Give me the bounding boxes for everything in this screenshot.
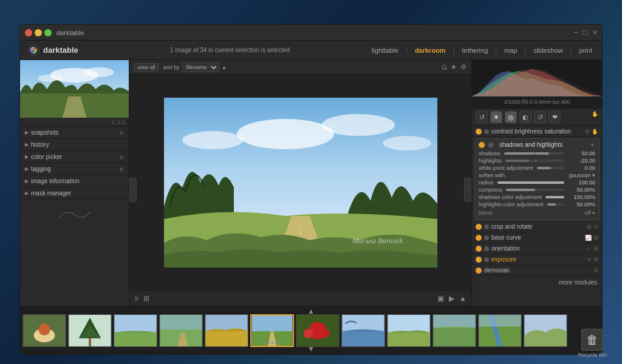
grid-icon[interactable]: G (442, 64, 447, 71)
filmstrip-thumb-9[interactable] (387, 314, 431, 347)
tagging-header[interactable]: ▶ tagging ⊕ (20, 163, 129, 175)
orientation-icon1[interactable]: ↔ (586, 246, 592, 252)
filmstrip-thumb-7[interactable] (296, 314, 340, 347)
snapshots-header[interactable]: ▶ snapshots ⊕ (20, 127, 129, 138)
shadows-color-bar[interactable] (545, 196, 564, 198)
filmstrip-thumb-1[interactable] (22, 314, 66, 347)
base-curve-icon2[interactable]: ⚙ (593, 235, 598, 241)
image-info-header[interactable]: ▶ image information (20, 175, 129, 187)
filmstrip-thumb-4[interactable] (159, 314, 203, 347)
mask-manager-label: mask manager (31, 190, 71, 197)
sidebar-section-color-picker: ▶ color picker ⊕ (20, 151, 129, 163)
nav-tethering[interactable]: tethering (459, 46, 490, 55)
svg-point-9 (322, 114, 395, 136)
filmstrip-thumb-3[interactable] (114, 314, 157, 347)
left-panel-toggle[interactable]: ‹ (129, 178, 137, 202)
filmstrip-thumb-5[interactable] (205, 314, 248, 347)
right-panel-toggle[interactable]: › (464, 178, 471, 202)
compress-bar[interactable] (506, 189, 564, 191)
sh-toggle2[interactable] (488, 143, 493, 147)
sort-select[interactable]: filename date rating (182, 62, 219, 72)
tagging-icon[interactable]: ⊕ (119, 166, 124, 172)
exposure-icon1[interactable]: ☀ (587, 257, 592, 263)
orientation-toggle[interactable] (476, 246, 482, 252)
orientation-icons: ↔ ⚙ (586, 246, 598, 252)
star-icon[interactable]: ★ (451, 63, 457, 71)
shadows-bar[interactable] (504, 152, 564, 155)
exposure-icons: ☀ ⚙ (587, 257, 598, 263)
blend-select[interactable]: off ▾ (585, 210, 595, 216)
orientation-icon2[interactable]: ⚙ (593, 246, 598, 252)
exposure-icon2[interactable]: ⚙ (593, 257, 598, 263)
nav-lighttable[interactable]: lighttable (369, 46, 401, 55)
filmstrip-thumb-12[interactable] (524, 314, 567, 347)
sidebar-section-mask-manager: ▶ mask manager (20, 187, 129, 200)
cbs-icon-2[interactable]: ✋ (592, 129, 598, 135)
demosaic-toggle[interactable] (476, 268, 482, 274)
base-curve-toggle[interactable] (476, 235, 482, 241)
main-image[interactable]: Mariusz Bartosik (164, 98, 437, 268)
crop-rotate-toggle[interactable] (476, 224, 482, 230)
view-all-button[interactable]: view all (134, 63, 159, 72)
sort-asc-icon[interactable]: ▲ (222, 64, 227, 70)
cbs-toggle2[interactable] (484, 129, 489, 134)
crop-rotate-label: crop and rotate (491, 223, 584, 230)
white-point-bar[interactable] (537, 167, 564, 169)
highlights-color-bar[interactable] (547, 203, 564, 206)
snapshots-icon[interactable]: ⊕ (119, 130, 124, 136)
filmstrip-down-arrow[interactable]: ▼ (307, 345, 315, 353)
details-button[interactable]: ↺ (534, 111, 546, 123)
color-picker-icon[interactable]: ⊕ (119, 154, 124, 160)
filmstrip-thumb-6[interactable]: ★★★★★ (250, 314, 294, 347)
grid-view-icon[interactable]: ⊞ (143, 294, 149, 303)
win-maximize[interactable]: □ (583, 28, 588, 37)
filmstrip-thumb-11[interactable] (478, 314, 522, 347)
win-minimize[interactable]: − (573, 28, 578, 37)
nav-darkroom[interactable]: darkroom (412, 46, 448, 55)
crop-rotate-icon2[interactable]: ↺ (593, 224, 598, 230)
soften-with-select[interactable]: gaussian ▾ (569, 172, 595, 178)
win-close[interactable]: × (592, 28, 597, 37)
cbs-icon-1[interactable]: ⚙ (585, 129, 590, 135)
info-icon[interactable]: ▲ (459, 294, 466, 303)
more-modules-button[interactable]: more modules (559, 279, 597, 286)
filmstrip-thumb-10[interactable] (432, 314, 476, 347)
exposure-toggle2[interactable] (484, 257, 489, 262)
filmstrip-thumb-2[interactable] (68, 314, 112, 347)
correction-button[interactable]: ◐ (519, 111, 531, 123)
base-curve-toggle2[interactable] (484, 235, 489, 240)
nav-map[interactable]: map (502, 46, 519, 55)
exposure-toggle[interactable] (476, 257, 482, 263)
overlay-icon[interactable]: ▣ (437, 294, 444, 303)
recycle-bin-icon[interactable]: 🗑 (581, 329, 603, 351)
hand-tool[interactable]: ✋ (592, 111, 598, 123)
demosaic-icon[interactable]: ⚙ (593, 268, 598, 274)
cbs-toggle[interactable] (476, 129, 482, 135)
nav-print[interactable]: print (577, 46, 595, 55)
sh-toggle[interactable] (479, 142, 485, 148)
close-button[interactable] (25, 29, 32, 36)
crop-rotate-icon1[interactable]: ⊞ (587, 224, 592, 230)
highlights-bar[interactable] (505, 160, 564, 162)
maximize-button[interactable] (44, 29, 52, 36)
sh-collapse[interactable]: ▼ (590, 142, 595, 148)
minimize-button[interactable] (35, 29, 42, 36)
filmstrip-thumb-8[interactable] (341, 314, 385, 347)
exposure-button[interactable]: ☀ (490, 111, 502, 123)
orientation-toggle2[interactable] (484, 246, 489, 251)
radius-bar[interactable] (497, 181, 564, 184)
history-header[interactable]: ▶ history (20, 139, 129, 150)
nav-slideshow[interactable]: slideshow (531, 46, 565, 55)
menu-icon[interactable]: ≡ (134, 294, 138, 303)
mask-manager-header[interactable]: ▶ mask manager (20, 187, 129, 199)
base-curve-icon1[interactable]: 📈 (585, 235, 592, 241)
play-icon[interactable]: ▶ (449, 294, 454, 303)
settings-icon[interactable]: ⚙ (460, 63, 466, 71)
color-button[interactable]: ◎ (505, 111, 517, 123)
crop-rotate-toggle2[interactable] (484, 224, 489, 229)
effects-button[interactable]: ❤ (549, 111, 561, 123)
color-picker-header[interactable]: ▶ color picker ⊕ (20, 151, 129, 163)
reset-button[interactable]: ↺ (476, 111, 488, 123)
histogram: 1/1000 f/0.0 0.0mm iso 400 (472, 60, 602, 109)
svg-rect-32 (342, 331, 384, 346)
